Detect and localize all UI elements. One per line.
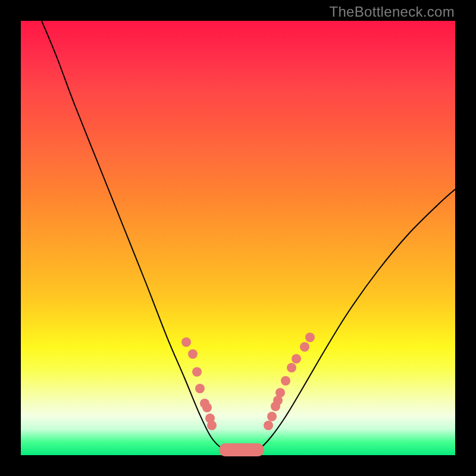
curve-dot	[188, 349, 198, 359]
curve-dot	[181, 337, 191, 347]
curve-dot	[202, 403, 212, 412]
curve-dot	[195, 384, 205, 393]
curve-dot	[300, 342, 309, 352]
curve-dot	[267, 412, 277, 421]
bottleneck-curve	[42, 21, 455, 454]
curve-dot	[305, 333, 315, 342]
watermark-text: TheBottleneck.com	[329, 4, 455, 20]
curve-dot	[287, 363, 296, 372]
curve-dot	[292, 354, 301, 364]
curve-dot	[275, 388, 285, 397]
curve-dot	[192, 367, 202, 377]
chart-plot-area	[21, 21, 455, 455]
curve-bottom-blob	[219, 443, 264, 456]
chart-svg	[21, 21, 455, 455]
curve-dot	[207, 421, 217, 430]
curve-dot	[281, 376, 290, 386]
curve-dot	[264, 421, 273, 430]
